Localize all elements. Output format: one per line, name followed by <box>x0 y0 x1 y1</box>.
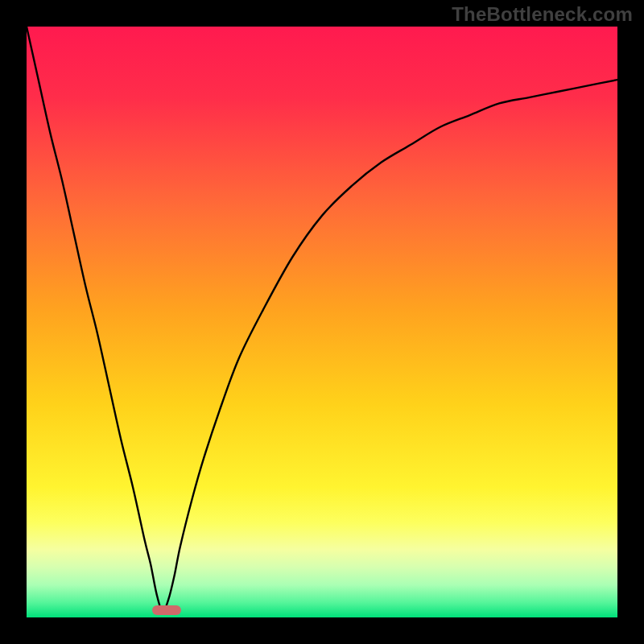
gradient-background <box>27 27 617 617</box>
plot-area <box>27 27 617 617</box>
plot-svg <box>27 27 617 617</box>
watermark-text: TheBottleneck.com <box>452 3 633 26</box>
optimum-marker <box>152 605 181 615</box>
chart-frame: TheBottleneck.com <box>0 0 644 644</box>
